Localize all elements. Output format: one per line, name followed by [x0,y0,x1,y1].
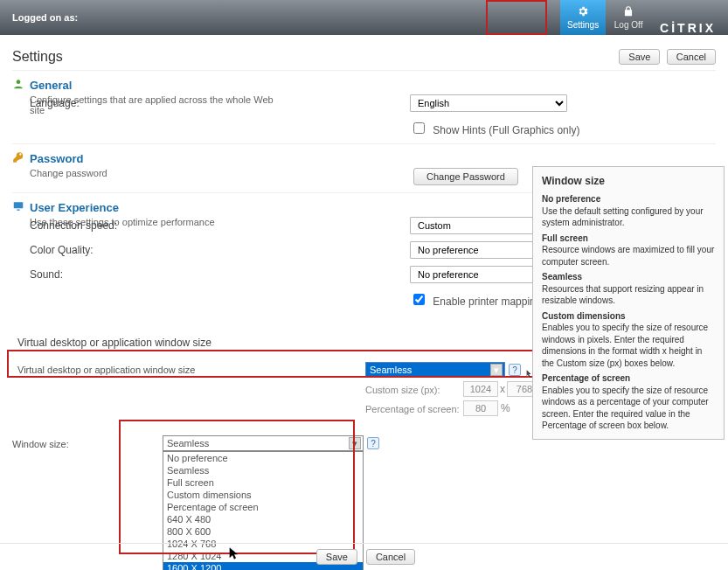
printer-label: Enable printer mapping [433,295,541,308]
language-label: Language: [12,97,410,109]
pct-input[interactable] [463,400,498,416]
tooltip-heading: Seamless [542,271,715,283]
language-select[interactable]: English [410,94,567,112]
dropdown-option[interactable]: No preference [163,452,363,464]
change-password-button[interactable]: Change Password [413,168,518,185]
virtual-desktop-label: Virtual desktop or application window si… [17,365,195,375]
app-header: Logged on as: Settings Log Off CİTRIX [0,0,728,35]
printer-checkbox[interactable] [413,294,425,305]
tooltip-text: Enables you to specify the size of resou… [542,323,708,368]
dropdown-option[interactable]: 640 X 480 [163,513,363,525]
tooltip-heading: Custom dimensions [542,310,715,323]
tooltip-heading: Percentage of screen [542,372,715,385]
save-button-bottom[interactable]: Save [316,549,357,565]
logged-on-label: Logged on as: [12,12,78,23]
chevron-down-icon: ▾ [490,364,503,376]
show-hints-label: Show Hints (Full Graphics only) [433,124,579,136]
dropdown-option[interactable]: Seamless [163,464,363,476]
save-button-top[interactable]: Save [619,49,660,65]
tooltip-heading: Full screen [542,233,715,245]
dropdown-option[interactable]: Percentage of screen [163,501,363,513]
gear-icon [577,5,589,20]
tooltip-text: Enables you to specify the size of resou… [542,386,709,431]
footer-buttons: Save Cancel [0,543,728,565]
monitor-icon [12,200,24,215]
nav-logoff-label: Log Off [614,20,643,30]
custom-size-label: Custom size (px): [365,385,440,395]
window-size-tooltip: Window size No preferenceUse the default… [532,166,725,440]
cancel-button-bottom[interactable]: Cancel [366,549,415,565]
dropdown-option[interactable]: 800 X 600 [163,525,363,538]
dropdown-option[interactable]: Full screen [163,476,363,489]
nav-logoff[interactable]: Log Off [606,0,651,35]
chevron-down-icon: ▾ [349,437,361,449]
show-hints-checkbox[interactable] [413,122,425,134]
pct-label: Percentage of screen: [365,404,460,414]
custom-width-input[interactable] [463,381,498,397]
lower-window-size-select[interactable]: Seamless ▾ [163,435,364,451]
section-general: General Configure settings that are appl… [12,70,716,143]
section-password-title: Password [30,152,83,165]
pct-unit: % [501,402,510,414]
section-ux-title: User Experience [30,201,119,214]
vdesktop-group-label: Virtual desktop or application window si… [12,337,410,349]
section-general-title: General [30,79,72,92]
color-label: Color Quality: [12,244,410,256]
custom-x: x [500,383,505,395]
page-title: Settings [12,49,63,65]
window-size-value: Seamless [370,365,412,375]
cancel-button-top[interactable]: Cancel [667,49,716,65]
nav-settings-label: Settings [567,20,599,30]
dropdown-option[interactable]: Custom dimensions [163,489,363,501]
lower-window-size-label: Window size: [12,439,69,449]
window-size-select[interactable]: Seamless ▾ [365,362,505,378]
lower-window-size-value: Seamless [167,438,209,448]
tooltip-text: Use the default setting configured by yo… [542,206,704,228]
nav-settings[interactable]: Settings [560,0,606,35]
tooltip-text: Resources that support resizing appear i… [542,284,704,306]
person-icon [12,78,24,93]
lock-icon [622,5,634,20]
help-icon-lower[interactable]: ? [367,437,379,449]
key-icon [12,151,24,166]
svg-point-0 [17,80,21,84]
citrix-brand: CİTRIX [660,21,716,35]
conn-speed-label: Connection speed: [12,219,410,232]
help-icon-window-size[interactable]: ? [509,364,521,376]
tooltip-title: Window size [542,174,715,188]
sound-label: Sound: [12,268,410,281]
tooltip-heading: No preference [542,193,715,205]
tooltip-text: Resource windows are maximized to fill y… [542,245,714,267]
